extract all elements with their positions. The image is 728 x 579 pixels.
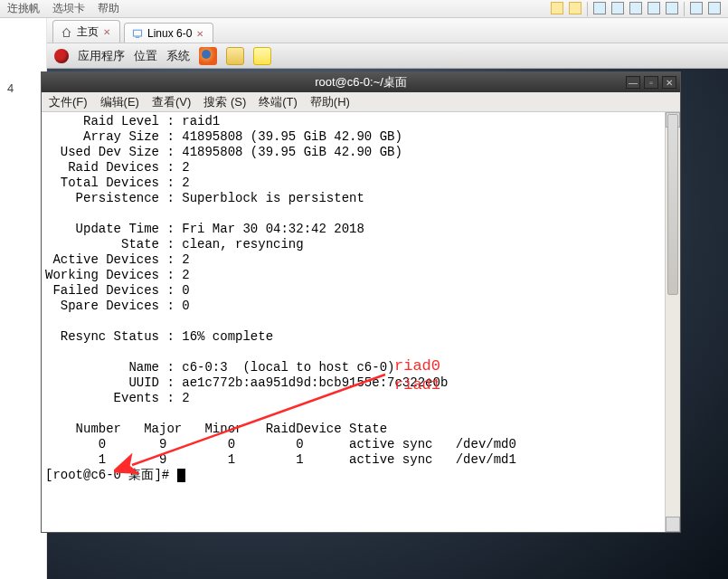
table-row: 1 9 1 1 active sync /dev/md1 — [45, 452, 516, 467]
redhat-icon[interactable] — [54, 49, 69, 63]
nautilus-icon[interactable] — [226, 47, 244, 65]
toolbar-icon-5[interactable] — [666, 2, 678, 14]
svg-rect-1 — [136, 37, 140, 38]
scroll-thumb[interactable] — [667, 114, 678, 295]
close-button[interactable]: ✕ — [662, 76, 676, 89]
menu-search[interactable]: 搜索 (S) — [203, 94, 246, 110]
places-menu[interactable]: 位置 — [134, 48, 157, 64]
toolbar-icon-3[interactable] — [629, 2, 642, 14]
tab-linux[interactable]: Linux 6-0 ✕ — [124, 23, 213, 43]
firefox-icon[interactable] — [199, 47, 217, 65]
tab-linux-label: Linux 6-0 — [147, 27, 192, 40]
guest-desktop: 应用程序 位置 系统 root@c6-0:~/桌面 — ▫ ✕ 文件(F) 编辑… — [47, 43, 728, 579]
tab-strip: 主页 ✕ Linux 6-0 ✕ — [47, 18, 728, 43]
scroll-down-button[interactable] — [666, 517, 680, 532]
host-menu-vm[interactable]: 迕挑帆 — [7, 1, 40, 16]
tab-home[interactable]: 主页 ✕ — [52, 20, 120, 43]
terminal-output: Raid Level : raid1 Array Size : 41895808… — [42, 112, 680, 485]
sidebar-number: 4 — [7, 81, 14, 95]
tab-home-label: 主页 — [77, 24, 99, 40]
table-row: 0 9 0 0 active sync /dev/md0 — [45, 437, 516, 451]
menu-file[interactable]: 文件(F) — [49, 94, 88, 110]
cursor — [177, 469, 185, 482]
system-menu[interactable]: 系统 — [166, 48, 190, 64]
menu-help[interactable]: 帮助(H) — [310, 94, 350, 110]
scrollbar[interactable] — [665, 112, 680, 532]
minimize-button[interactable]: — — [626, 76, 640, 89]
toolbar-icon-6[interactable] — [690, 2, 703, 14]
close-icon[interactable]: ✕ — [196, 29, 203, 39]
home-icon — [61, 27, 72, 38]
svg-rect-0 — [134, 30, 142, 36]
menu-terminal[interactable]: 终端(T) — [259, 94, 298, 110]
toolbar-icon-1[interactable] — [593, 2, 606, 14]
maximize-button[interactable]: ▫ — [644, 76, 658, 89]
toolbar-icon-7[interactable] — [708, 2, 721, 14]
toolbar-icon-4[interactable] — [648, 2, 660, 14]
toolbar-icon-2[interactable] — [611, 2, 624, 14]
notes-icon[interactable] — [253, 47, 271, 65]
pause-icon[interactable] — [569, 2, 581, 14]
vm-icon — [132, 28, 143, 39]
terminal-title: root@c6-0:~/桌面 — [315, 74, 407, 90]
terminal-titlebar[interactable]: root@c6-0:~/桌面 — ▫ ✕ — [42, 72, 680, 92]
host-menu-help[interactable]: 帮助 — [98, 1, 119, 16]
host-menu-tabs[interactable]: 选坝卡 — [52, 1, 85, 16]
terminal-body[interactable]: Raid Level : raid1 Array Size : 41895808… — [42, 112, 680, 532]
applications-menu[interactable]: 应用程序 — [78, 48, 125, 64]
host-top-toolbar: 迕挑帆 选坝卡 帮助 — [0, 0, 728, 18]
menu-edit[interactable]: 编辑(E) — [100, 94, 139, 110]
play-icon[interactable] — [551, 2, 563, 14]
terminal-window: root@c6-0:~/桌面 — ▫ ✕ 文件(F) 编辑(E) 查看(V) 搜… — [41, 71, 681, 533]
close-icon[interactable]: ✕ — [103, 27, 110, 37]
gnome-panel: 应用程序 位置 系统 — [47, 43, 728, 69]
menu-view[interactable]: 查看(V) — [152, 94, 191, 110]
terminal-menubar: 文件(F) 编辑(E) 查看(V) 搜索 (S) 终端(T) 帮助(H) — [42, 92, 680, 112]
